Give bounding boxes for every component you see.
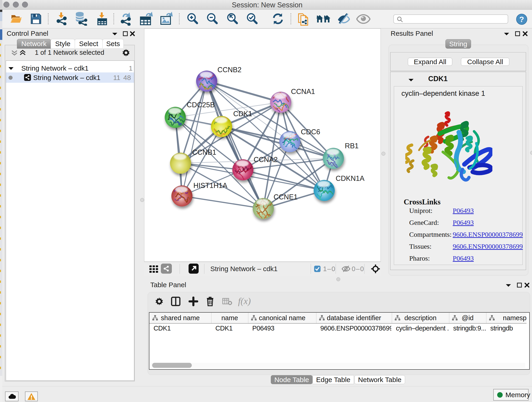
svg-text:CDC6: CDC6: [301, 128, 320, 136]
svg-text:CCNB2: CCNB2: [217, 66, 241, 74]
svg-text:CDK1: CDK1: [233, 110, 252, 118]
svg-text:CCNA1: CCNA1: [291, 88, 315, 96]
svg-text:CCNA2: CCNA2: [254, 156, 278, 164]
svg-text:CDC25B: CDC25B: [187, 101, 215, 109]
svg-text:RB1: RB1: [345, 142, 359, 150]
svg-text:CCNB1: CCNB1: [192, 148, 216, 156]
svg-text:HIST1H1A: HIST1H1A: [193, 182, 227, 190]
svg-text:CCNE1: CCNE1: [273, 193, 298, 201]
svg-text:CDKN1A: CDKN1A: [336, 174, 365, 182]
